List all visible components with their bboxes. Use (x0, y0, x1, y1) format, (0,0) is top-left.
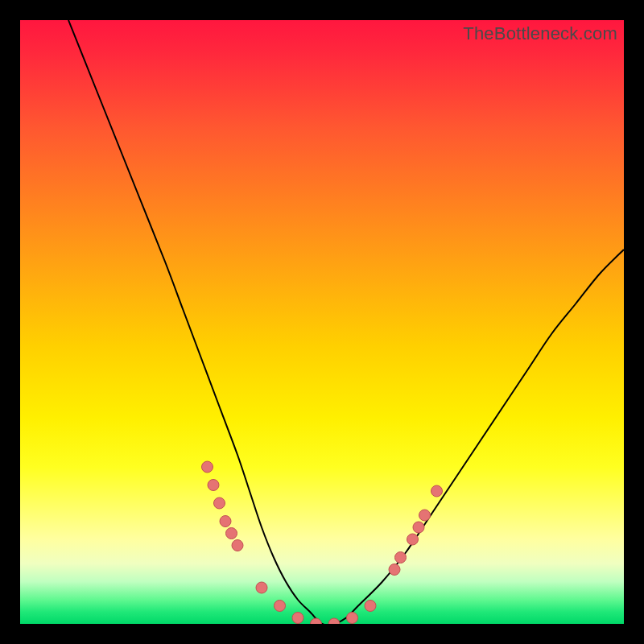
data-marker (202, 461, 213, 473)
data-marker (275, 601, 286, 612)
data-marker (220, 516, 231, 527)
data-marker (431, 485, 443, 497)
data-marker (407, 534, 419, 545)
data-marker (395, 552, 407, 564)
data-marker (292, 613, 303, 624)
data-marker (208, 480, 219, 491)
data-marker (328, 618, 340, 624)
data-marker (419, 510, 431, 521)
data-marker (389, 564, 400, 576)
data-marker (214, 497, 225, 509)
data-marker (256, 582, 267, 593)
data-marker (413, 522, 424, 533)
data-marker (311, 618, 322, 624)
bottleneck-curve (68, 20, 624, 624)
marker-group (202, 461, 443, 624)
data-marker (232, 540, 243, 551)
bottleneck-plot (20, 20, 624, 624)
watermark-label: TheBottleneck.com (463, 23, 617, 44)
data-marker (347, 613, 358, 624)
data-marker (365, 601, 376, 612)
data-marker (226, 528, 237, 539)
chart-frame: TheBottleneck.com (20, 20, 624, 624)
